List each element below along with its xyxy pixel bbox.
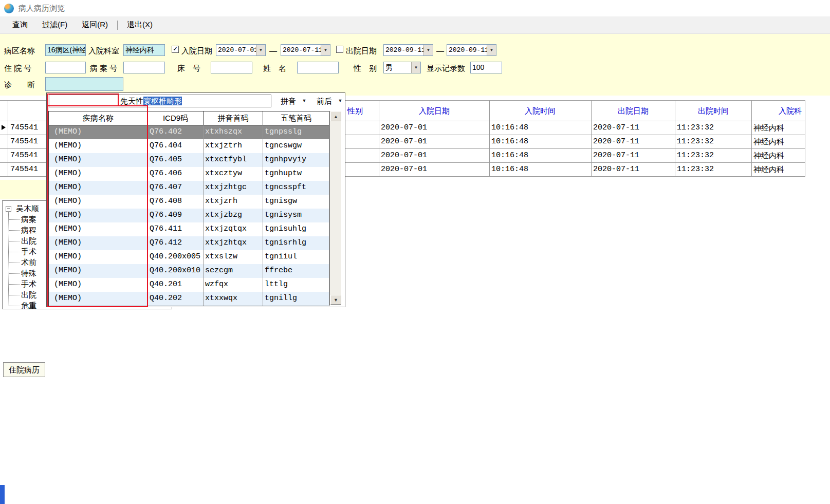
lookup-row[interactable]: (MEMO)Q40.201wzfqxlttlg <box>49 278 329 292</box>
tree-item-label: 手术 <box>20 279 36 289</box>
column-header-admit-dept[interactable]: 入院科 <box>779 106 802 116</box>
date-range-dash: — <box>436 46 444 55</box>
disease-lookup-popup: 先天性寰枢椎畸形 拼音 前后 疾病名称 ICD9码 拼音首码 五笔首码 (MEM… <box>46 92 345 307</box>
admit-date-from-combo[interactable]: 2020-07-01 <box>216 44 266 56</box>
lookup-cell-pinyin: xtxcztyw <box>204 167 263 181</box>
column-header-gender[interactable]: 性别 <box>347 106 363 116</box>
lookup-cell-name: (MEMO) <box>49 264 148 278</box>
discharge-date-to-combo[interactable]: 2020-09-11 <box>447 44 496 56</box>
lookup-row[interactable]: (MEMO)Q40.200x010sezcgmffrebe <box>49 264 329 278</box>
gender-combo[interactable]: 男 <box>383 62 421 73</box>
inpatient-no-input[interactable] <box>45 62 86 73</box>
admit-date-to-combo[interactable]: 2020-07-11 <box>281 44 330 56</box>
menu-separator <box>117 21 118 30</box>
discharge-date-from-combo[interactable]: 2020-09-11 <box>383 44 433 56</box>
tree-connector <box>9 230 20 231</box>
tree-root-node[interactable]: 吴木顺 <box>6 204 39 214</box>
lookup-cell-name: (MEMO) <box>49 181 148 195</box>
lookup-scrollbar[interactable] <box>329 111 341 305</box>
menu-bar: 查询 过滤(F) 返回(R) 退出(X) <box>0 16 830 34</box>
lookup-cell-pinyin: xtxxwqx <box>204 292 263 306</box>
lookup-cell-wubi: ffrebe <box>263 264 329 278</box>
grid-cell-dept: 神经内科 <box>753 148 784 162</box>
admit-date-checkbox[interactable] <box>172 46 179 53</box>
lookup-row[interactable]: (MEMO)Q76.406xtxcztywtgnhuptw <box>49 167 329 181</box>
lookup-row[interactable]: (MEMO)Q40.200x005xtxslzwtgniiul <box>49 250 329 264</box>
lookup-cell-wubi: lttlg <box>263 278 329 292</box>
lookup-row[interactable]: (MEMO)Q76.408xtxjzrhtgnisgw <box>49 195 329 209</box>
lookup-row[interactable]: (MEMO)Q76.402xtxhszqxtgnpsslg <box>49 125 329 139</box>
lookup-cell-icd9: Q40.200x010 <box>148 264 204 278</box>
column-header-admit-date[interactable]: 入院日期 <box>419 106 450 116</box>
chevron-down-icon[interactable] <box>423 45 433 55</box>
record-count-input[interactable]: 100 <box>470 62 502 73</box>
menu-item-return[interactable]: 返回(R) <box>75 18 115 32</box>
column-header-disease-name[interactable]: 疾病名称 <box>49 111 148 125</box>
grid-cell-admit_time: 10:16:48 <box>491 135 528 148</box>
tree-connector <box>9 284 20 285</box>
column-header-discharge-time[interactable]: 出院时间 <box>698 106 729 116</box>
lookup-cell-pinyin: xtxhszqx <box>204 125 263 139</box>
lookup-row[interactable]: (MEMO)Q40.202xtxxwqxtgnillg <box>49 292 329 306</box>
tree-connector <box>9 252 20 252</box>
menu-item-exit[interactable]: 退出(X) <box>120 18 160 32</box>
tree-root-label: 吴木顺 <box>15 204 39 214</box>
grid-cell-admit_date: 2020-07-01 <box>381 162 427 176</box>
lookup-cell-pinyin: xtxslzw <box>204 250 263 264</box>
disease-search-input[interactable]: 先天性寰枢椎畸形 <box>49 95 271 107</box>
case-no-input[interactable] <box>123 62 165 73</box>
chevron-down-icon[interactable] <box>336 96 344 105</box>
grid-cell-admit_time: 10:16:48 <box>491 162 528 176</box>
grid-line <box>591 100 592 177</box>
column-header-wubi-code[interactable]: 五笔首码 <box>263 111 329 125</box>
column-header-admit-time[interactable]: 入院时间 <box>525 106 556 116</box>
chevron-down-icon[interactable] <box>300 96 308 105</box>
grid-cell-dept: 神经内科 <box>753 135 784 148</box>
lookup-row[interactable]: (MEMO)Q76.405xtxctfybltgnhpvyiy <box>49 153 329 167</box>
column-header-pinyin-code[interactable]: 拼音首码 <box>204 111 263 125</box>
app-window: 病人病历浏览 查询 过滤(F) 返回(R) 退出(X) 病区名称 16病区(神经… <box>0 0 830 504</box>
chevron-down-icon[interactable] <box>321 45 330 55</box>
lookup-row[interactable]: (MEMO)Q76.404xtxjztrhtgncswgw <box>49 139 329 153</box>
tree-item-label: 出院 <box>20 236 36 246</box>
ward-input[interactable]: 16病区(神经内科) <box>45 44 86 56</box>
lookup-row[interactable]: (MEMO)Q76.407xtxjzhtgctgncsspft <box>49 181 329 195</box>
grid-line <box>675 100 675 177</box>
grid-cell-discharge_date: 2020-07-11 <box>593 148 639 162</box>
chevron-down-icon[interactable] <box>256 45 265 55</box>
case-no-label: 病 案 号 <box>90 64 117 73</box>
grid-cell-discharge_time: 11:23:32 <box>677 148 714 162</box>
lookup-cell-wubi: tgnisuhlg <box>263 222 329 236</box>
menu-item-filter[interactable]: 过滤(F) <box>35 18 75 32</box>
lookup-row[interactable]: (MEMO)Q76.411xtxjzqtqxtgnisuhlg <box>49 222 329 236</box>
chevron-down-icon[interactable] <box>487 45 496 55</box>
lookup-cell-icd9: Q76.412 <box>148 236 204 250</box>
tree-item-label: 术前 <box>20 258 36 268</box>
column-header-icd9[interactable]: ICD9码 <box>148 111 204 125</box>
tree-connector <box>9 295 20 295</box>
lookup-row[interactable]: (MEMO)Q76.412xtxjzhtqxtgnisrhlg <box>49 236 329 250</box>
pinyin-mode-label[interactable]: 拼音 <box>281 97 296 106</box>
grid-cell-id: 745541 <box>10 162 38 176</box>
filter-panel: 病区名称 16病区(神经内科) 入院科室 神经内科 入院日期 2020-07-0… <box>0 34 830 96</box>
scroll-down-icon[interactable] <box>330 295 341 305</box>
diagnosis-input[interactable] <box>45 77 123 91</box>
match-direction-label[interactable]: 前后 <box>317 97 332 106</box>
lookup-cell-icd9: Q76.408 <box>148 195 204 209</box>
tab-inpatient-record[interactable]: 住院病历 <box>3 362 45 377</box>
lookup-cell-icd9: Q76.411 <box>148 222 204 236</box>
scroll-up-icon[interactable] <box>330 111 341 121</box>
name-input[interactable] <box>297 62 339 73</box>
lookup-cell-icd9: Q40.202 <box>148 292 204 306</box>
discharge-date-checkbox[interactable] <box>336 46 343 53</box>
grid-line <box>379 100 379 177</box>
lookup-row[interactable]: (MEMO)Q76.409xtxjzbzgtgnisysm <box>49 209 329 222</box>
column-header-discharge-date[interactable]: 出院日期 <box>618 106 649 116</box>
bed-no-input[interactable] <box>211 62 252 73</box>
menu-item-query[interactable]: 查询 <box>5 18 35 32</box>
dept-input[interactable]: 神经内科 <box>123 44 165 56</box>
bottom-left-accent <box>0 485 5 504</box>
discharge-date-label: 出院日期 <box>346 46 377 56</box>
lookup-cell-pinyin: xtxctfybl <box>204 153 263 167</box>
chevron-down-icon[interactable] <box>411 62 420 73</box>
